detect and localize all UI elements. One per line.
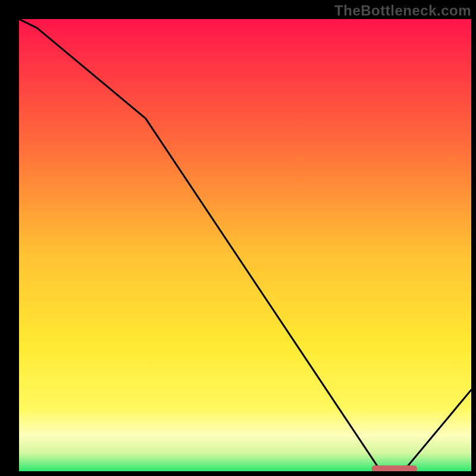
plot-area <box>19 19 471 471</box>
gradient-background <box>19 19 471 471</box>
optimal-range-marker <box>372 465 417 471</box>
chart-frame: TheBottleneck.com <box>0 0 476 476</box>
watermark-text: TheBottleneck.com <box>334 2 471 19</box>
plot-svg <box>19 19 471 471</box>
